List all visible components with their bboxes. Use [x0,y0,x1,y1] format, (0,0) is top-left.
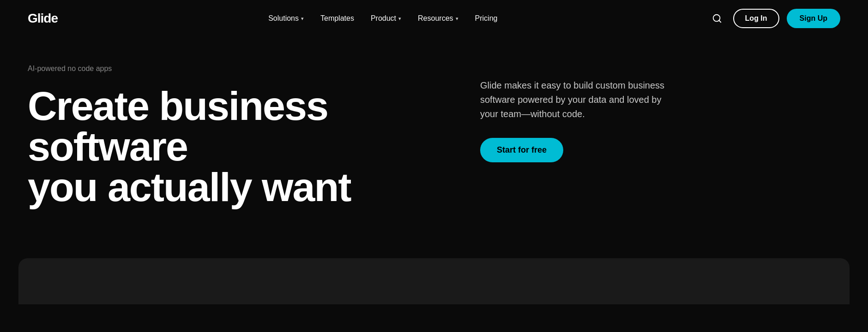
nav-templates-label: Templates [320,14,354,23]
nav-item-pricing[interactable]: Pricing [475,14,498,23]
search-icon [712,13,722,24]
search-button[interactable] [708,10,726,27]
brand-logo[interactable]: Glide [28,11,58,26]
bottom-panel [18,258,850,304]
nav-item-resources[interactable]: Resources ▾ [418,14,458,23]
nav-solutions-label: Solutions [268,14,299,23]
nav-pricing-label: Pricing [475,14,498,23]
chevron-down-icon: ▾ [398,16,401,22]
nav-links: Solutions ▾ Templates Product ▾ Resource… [268,14,497,23]
nav-resources-label: Resources [418,14,453,23]
start-free-button[interactable]: Start for free [480,138,563,162]
login-button[interactable]: Log In [733,9,779,28]
hero-headline-line2: you actually want [28,164,351,210]
hero-headline-line1: Create business software [28,83,328,169]
hero-tagline: AI-powered no code apps [28,65,443,73]
nav-item-product[interactable]: Product ▾ [371,14,401,23]
signup-button[interactable]: Sign Up [787,9,840,28]
hero-section: AI-powered no code apps Create business … [0,37,868,258]
nav-product-label: Product [371,14,396,23]
hero-right-content: Glide makes it easy to build custom busi… [480,65,674,162]
hero-description: Glide makes it easy to build custom busi… [480,78,674,121]
navigation: Glide Solutions ▾ Templates Product ▾ Re… [0,0,868,37]
hero-headline: Create business software you actually wa… [28,86,443,208]
chevron-down-icon: ▾ [456,16,458,22]
nav-actions: Log In Sign Up [708,9,840,28]
nav-item-templates[interactable]: Templates [320,14,354,23]
hero-left-content: AI-powered no code apps Create business … [28,65,443,208]
nav-item-solutions[interactable]: Solutions ▾ [268,14,304,23]
chevron-down-icon: ▾ [301,16,304,22]
svg-line-1 [719,20,721,22]
